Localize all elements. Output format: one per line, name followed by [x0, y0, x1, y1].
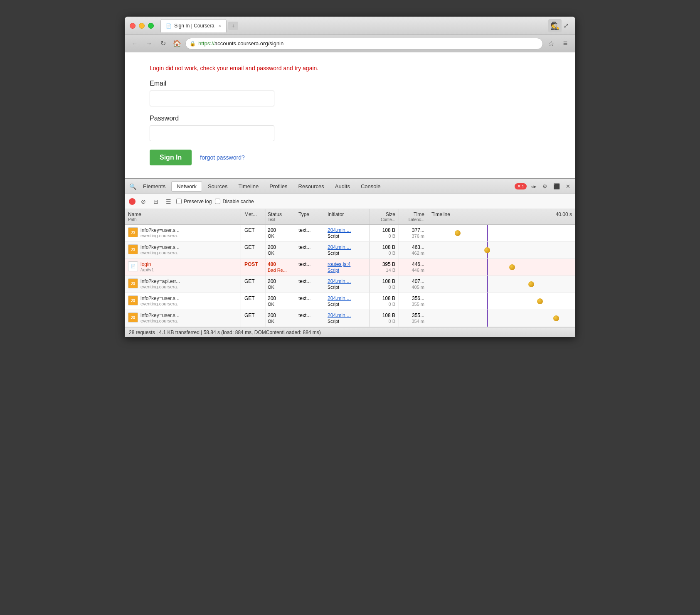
cell-name: JS info?key=user.s... eventing.coursera. — [125, 310, 241, 327]
preserve-log-text: Preserve log — [184, 199, 212, 204]
col-header-method: Met... — [241, 209, 266, 224]
cell-method: GET — [241, 293, 266, 310]
reload-button[interactable]: ↻ — [157, 38, 169, 49]
lock-icon: 🔒 — [190, 41, 196, 47]
tab-console[interactable]: Console — [356, 182, 386, 191]
cell-status: 400 Bad Re... — [266, 259, 295, 276]
table-row[interactable]: JS info?key=user.s... eventing.coursera.… — [125, 310, 575, 327]
disable-cache-label[interactable]: Disable cache — [215, 199, 254, 204]
tab-profiles[interactable]: Profiles — [264, 182, 292, 191]
email-input[interactable] — [150, 91, 274, 106]
email-label: Email — [150, 80, 550, 87]
cell-size: 108 B 0 B — [370, 225, 399, 241]
status-bar-text: 28 requests | 4.1 KB transferred | 58.84… — [129, 330, 321, 335]
table-row[interactable]: JS info?key=api.err... eventing.coursera… — [125, 276, 575, 293]
col-header-status: Status Text — [266, 209, 295, 224]
network-toolbar: ⊘ ⊟ ☰ Preserve log Disable cache — [125, 194, 575, 209]
settings-icon[interactable]: ⚙ — [541, 182, 549, 190]
tab-audits[interactable]: Audits — [330, 182, 355, 191]
cell-method: GET — [241, 225, 266, 241]
cell-type: text... — [295, 310, 324, 327]
table-row[interactable]: JS info?key=user.s... eventing.coursera.… — [125, 242, 575, 259]
home-button[interactable]: 🏠 — [171, 38, 183, 49]
title-bar: 📄 Sign In | Coursera × + 🕵️ ⤢ — [125, 17, 575, 35]
cell-initiator: 204.min.... Script — [324, 242, 370, 258]
doc-icon: 📄 — [128, 261, 138, 271]
menu-button[interactable]: ≡ — [560, 38, 571, 49]
cell-type: text... — [295, 242, 324, 258]
list-view-button[interactable]: ☰ — [164, 197, 173, 206]
tab-resources[interactable]: Resources — [293, 182, 329, 191]
table-row[interactable]: 📄 login /api/v1 POST 400 Bad Re... text.… — [125, 259, 575, 276]
cell-time: 377... 376 m — [399, 225, 428, 241]
tab-network[interactable]: Network — [171, 181, 202, 192]
address-bar-container: 🔒 https://accounts.coursera.org/signin — [185, 38, 543, 49]
tab-close-button[interactable]: × — [219, 23, 221, 28]
cell-method: GET — [241, 310, 266, 327]
cell-method: GET — [241, 276, 266, 293]
devtools-search-button[interactable]: 🔍 — [128, 182, 137, 191]
devtools-tab-bar: 🔍 Elements Network Sources Timeline Prof… — [125, 179, 575, 194]
cell-name: JS info?key=api.err... eventing.coursera… — [125, 276, 241, 293]
close-button[interactable] — [130, 23, 136, 29]
tab-timeline[interactable]: Timeline — [234, 182, 264, 191]
cell-status: 200 OK — [266, 310, 295, 327]
cell-size: 395 B 14 B — [370, 259, 399, 276]
js-icon: JS — [128, 227, 138, 237]
url-domain: accounts.coursera.org — [214, 40, 268, 47]
cell-initiator: 204.min.... Script — [324, 293, 370, 310]
filter-button[interactable]: ⊟ — [151, 197, 160, 206]
cell-initiator: routes.js:4 Script — [324, 259, 370, 276]
cell-size: 108 B 0 B — [370, 276, 399, 293]
table-row[interactable]: JS info?key=user.s... eventing.coursera.… — [125, 293, 575, 310]
password-input[interactable] — [150, 125, 274, 141]
preserve-log-label[interactable]: Preserve log — [176, 199, 212, 204]
maximize-button[interactable] — [148, 23, 154, 29]
disable-cache-checkbox[interactable] — [215, 199, 220, 204]
cell-timeline — [428, 242, 575, 258]
col-header-time: Time Latenc... — [399, 209, 428, 224]
new-tab-button[interactable]: + — [228, 22, 238, 30]
close-devtools-button[interactable]: ✕ — [564, 182, 572, 190]
js-icon: JS — [128, 312, 138, 322]
cell-name: JS info?key=user.s... eventing.coursera. — [125, 225, 241, 241]
table-row[interactable]: JS info?key=user.s... eventing.coursera.… — [125, 225, 575, 242]
error-count: 1 — [522, 184, 524, 189]
clear-button[interactable]: ⊘ — [139, 197, 148, 206]
cell-method: GET — [241, 242, 266, 258]
cell-time: 356... 355 m — [399, 293, 428, 310]
js-icon: JS — [128, 278, 138, 288]
fullscreen-button[interactable]: ⤢ — [562, 21, 570, 30]
cell-type: text... — [295, 293, 324, 310]
col-header-timeline: Timeline 40.00 s — [428, 209, 575, 224]
cell-timeline — [428, 293, 575, 310]
window-controls — [130, 23, 154, 29]
record-button[interactable] — [129, 198, 136, 205]
preserve-log-checkbox[interactable] — [176, 199, 182, 204]
expand-icon[interactable]: ◃▸ — [529, 182, 538, 190]
tab-sources[interactable]: Sources — [203, 182, 233, 191]
cell-status: 200 OK — [266, 242, 295, 258]
address-bar[interactable]: https://accounts.coursera.org/signin — [185, 38, 543, 49]
active-tab[interactable]: 📄 Sign In | Coursera × — [160, 19, 227, 32]
minimize-button[interactable] — [139, 23, 145, 29]
cell-timeline — [428, 310, 575, 327]
forgot-password-link[interactable]: forgot password? — [200, 154, 244, 161]
forward-button[interactable]: → — [143, 38, 155, 49]
cell-name: 📄 login /api/v1 — [125, 259, 241, 276]
tab-elements[interactable]: Elements — [138, 182, 170, 191]
tab-title: Sign In | Coursera — [174, 23, 214, 29]
back-button[interactable]: ← — [129, 38, 140, 49]
browser-window: 📄 Sign In | Coursera × + 🕵️ ⤢ ← → ↻ 🏠 🔒 … — [125, 17, 575, 337]
js-icon: JS — [128, 244, 138, 254]
error-x-icon: ✕ — [517, 184, 521, 189]
cell-initiator: 204.min.... Script — [324, 225, 370, 241]
tab-page-icon: 📄 — [166, 23, 172, 29]
error-message: Login did not work, check your email and… — [150, 65, 550, 71]
bookmark-button[interactable]: ☆ — [545, 38, 557, 49]
error-badge: ✕ 1 — [515, 183, 527, 189]
cell-type: text... — [295, 225, 324, 241]
signin-button[interactable]: Sign In — [150, 150, 192, 165]
cell-method: POST — [241, 259, 266, 276]
dock-icon[interactable]: ⬛ — [552, 182, 562, 190]
